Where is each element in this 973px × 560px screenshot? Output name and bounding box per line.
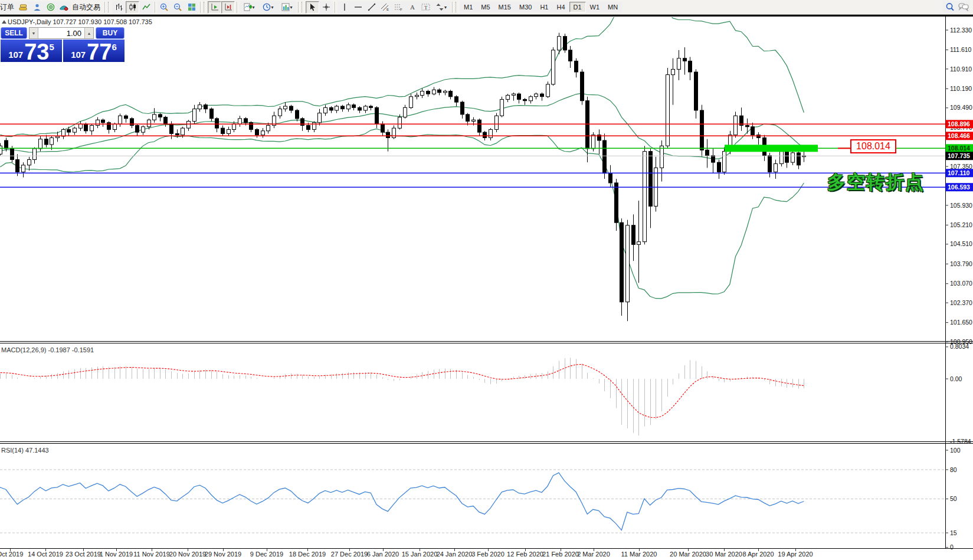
buy-price-box[interactable]: 107 77 6	[63, 40, 125, 62]
timeframe-h1[interactable]: H1	[536, 2, 552, 12]
sell-button[interactable]: SELL	[1, 27, 27, 39]
candle	[489, 129, 493, 137]
candle	[449, 91, 453, 97]
candle	[324, 107, 327, 113]
zoom-in-button[interactable]	[158, 1, 171, 14]
candle	[22, 165, 25, 172]
timeframe-m5[interactable]: M5	[477, 2, 494, 12]
sell-price-point: 5	[49, 42, 54, 52]
timeframe-m1[interactable]: M1	[460, 2, 477, 12]
person-icon	[33, 3, 41, 11]
price-tick-label: 109.490	[950, 104, 972, 111]
tile-windows-button[interactable]	[185, 1, 198, 14]
toolbar: 订单 自动交易 ▾ ▾	[0, 0, 973, 15]
candle	[56, 136, 60, 137]
timeframe-mn[interactable]: MN	[604, 2, 622, 12]
date-axis-layer: Oct 201914 Oct 201923 Oct 20191 Nov 2019…	[0, 549, 813, 558]
auto-scroll-icon	[211, 3, 219, 11]
candle	[506, 95, 510, 99]
date-tick-label: 11 Nov 2019	[133, 551, 170, 558]
candle	[250, 123, 253, 130]
candle	[626, 225, 630, 302]
frame-layer	[0, 15, 973, 549]
cursor-arrow-icon	[309, 3, 317, 11]
candle	[444, 91, 447, 93]
volume-input[interactable]: 1.00	[38, 28, 84, 38]
volume-decrease-button[interactable]: ▼	[30, 28, 38, 38]
candle	[187, 122, 191, 129]
candle	[683, 58, 687, 61]
candle	[290, 106, 293, 110]
buy-price-pips: 77	[87, 43, 112, 61]
candle	[62, 129, 65, 136]
fibonacci-tool-button[interactable]: F	[392, 1, 405, 14]
candle	[517, 94, 521, 99]
candle	[193, 109, 196, 122]
candle	[227, 129, 231, 133]
signal-icon-button[interactable]	[44, 1, 57, 14]
crosshair-button[interactable]	[319, 1, 333, 14]
candle	[50, 137, 54, 145]
candle	[28, 160, 31, 165]
candle	[170, 124, 173, 133]
channel-tool-button[interactable]: E	[378, 1, 392, 14]
candle	[221, 128, 225, 133]
zoom-out-button[interactable]	[171, 1, 185, 14]
timeframe-w1[interactable]: W1	[586, 2, 604, 12]
chart-title: USDJPY-,Daily 107.727 107.930 107.508 10…	[8, 18, 152, 25]
sell-price-box[interactable]: 107 73 5	[1, 40, 62, 62]
new-order-button[interactable]: 订单	[0, 1, 17, 14]
price-tick-label: 107.350	[950, 163, 972, 170]
candles-layer	[0, 33, 806, 322]
auto-scroll-button[interactable]	[208, 1, 221, 14]
date-tick-label: 6 Jan 2020	[367, 551, 399, 558]
candle	[84, 124, 88, 131]
bar-chart-icon-button[interactable]	[112, 1, 126, 14]
community-icon-button[interactable]	[30, 1, 44, 14]
search-button[interactable]	[943, 1, 956, 13]
arrows-icon	[436, 3, 444, 11]
horizontal-line-tool-button[interactable]	[351, 1, 365, 14]
price-highlight-value: 108.896	[948, 120, 970, 127]
text-label-tool-button[interactable]: T	[419, 1, 433, 14]
volume-increase-button[interactable]: ▲	[84, 28, 93, 38]
candle	[535, 94, 538, 97]
cursor-button[interactable]	[306, 1, 319, 14]
chat-button[interactable]	[956, 1, 970, 13]
trendline-tool-button[interactable]	[365, 1, 378, 14]
toolbar-separator	[335, 2, 336, 13]
candle	[159, 114, 162, 117]
macd-signal-line	[0, 365, 804, 418]
highlight-bar	[725, 145, 818, 152]
buy-button[interactable]: BUY	[96, 27, 125, 39]
chart-shift-button[interactable]	[221, 1, 235, 14]
candle	[358, 107, 362, 110]
timeframe-m15[interactable]: M15	[494, 2, 515, 12]
trendline-icon	[368, 3, 376, 11]
autotrading-label: 自动交易	[72, 2, 100, 12]
arrows-tool-button[interactable]: ▾	[433, 1, 450, 14]
chart-canvas[interactable]: 112.330111.610110.910110.190109.490108.7…	[0, 0, 973, 560]
candlestick-chart-icon-button[interactable]	[126, 1, 139, 14]
candle	[330, 107, 333, 110]
toolbar-separator	[155, 2, 156, 13]
candle	[398, 117, 402, 129]
candle	[427, 91, 430, 94]
candle	[603, 140, 607, 173]
templates-button[interactable]: ▾	[277, 1, 296, 14]
indicators-button[interactable]: ▾	[240, 1, 258, 14]
price-tick-label: 103.070	[950, 280, 972, 287]
candle	[136, 126, 139, 133]
autotrading-icon-button[interactable]	[57, 1, 71, 14]
periods-button[interactable]: ▾	[258, 1, 277, 14]
vertical-line-tool-button[interactable]	[338, 1, 351, 14]
text-tool-button[interactable]: A	[405, 1, 419, 14]
timeframe-d1[interactable]: D1	[569, 2, 586, 12]
timeframe-h4[interactable]: H4	[552, 2, 569, 12]
price-tick-label: 105.930	[950, 202, 972, 209]
gold-order-icon-button[interactable]	[17, 1, 30, 14]
line-chart-icon-button[interactable]	[139, 1, 153, 14]
candle	[718, 162, 721, 172]
candle	[706, 150, 709, 155]
timeframe-m30[interactable]: M30	[515, 2, 536, 12]
